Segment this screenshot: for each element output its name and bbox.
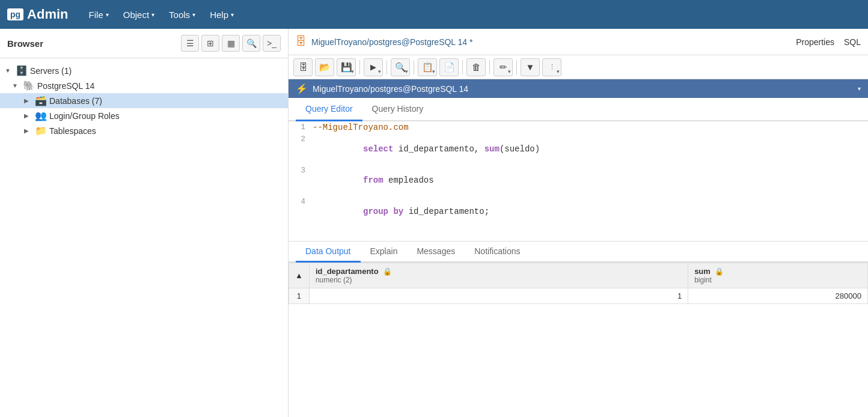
lock-icon-1: 🔒 [383, 267, 392, 276]
tab-notifications[interactable]: Notifications [465, 242, 530, 263]
line-num-2: 2 [289, 135, 313, 144]
tools-arrow-icon: ▾ [192, 11, 195, 18]
toolbar-db-button[interactable]: 🗄 [293, 58, 313, 76]
databases-icon: 🗃️ [35, 95, 47, 106]
sidebar-list-icon[interactable]: ☰ [181, 35, 199, 52]
code-line-2: 2 select id_departamento, sum(sueldo) [289, 133, 868, 165]
tab-data-output[interactable]: Data Output [296, 242, 361, 263]
file-arrow-icon: ▾ [106, 11, 109, 18]
connection-tab-title: MiguelTroyano/postgres@PostgreSQL 14 * [311, 37, 786, 47]
code-content-1: --MiguelTroyano.com [313, 123, 868, 132]
code-line-1: 1 --MiguelTroyano.com [289, 121, 868, 133]
toolbar-filter-button[interactable]: ▼ [521, 58, 540, 76]
code-line-3: 3 from empleados [289, 165, 868, 196]
line-num-3: 3 [289, 166, 313, 175]
code-content-2: select id_departamento, sum(sueldo) [313, 135, 868, 163]
sidebar-search-button[interactable]: 🔍 [242, 35, 260, 52]
nav-help[interactable]: Help ▾ [204, 6, 240, 23]
tablespaces-label: Tablespaces [49, 126, 96, 136]
sql-text-3: empleados [384, 175, 434, 185]
line-num-1: 1 [289, 123, 313, 132]
sort-arrow-icon: ▲ [295, 271, 303, 280]
separator-6 [516, 60, 517, 75]
tab-explain[interactable]: Explain [361, 242, 408, 263]
nav-object[interactable]: Object ▾ [117, 6, 160, 23]
connection-db-icon: 🗄 [296, 35, 307, 48]
toolbar-edit-button[interactable]: ✏ [494, 58, 513, 76]
tab-messages[interactable]: Messages [407, 242, 465, 263]
code-content-3: from empleados [313, 166, 868, 195]
query-toolbar: 🗄 📂 💾 ▶ 🔍 📋 📄 🗑 ✏ ▼ ⋮ [289, 55, 868, 79]
toolbar-execute-button[interactable]: ▶ [364, 58, 383, 76]
separator-4 [462, 60, 463, 75]
right-panel: 🗄 MiguelTroyano/postgres@PostgreSQL 14 *… [289, 29, 868, 417]
object-arrow-icon: ▾ [151, 11, 154, 18]
toolbar-open-button[interactable]: 📂 [315, 58, 334, 76]
tree-item-servers[interactable]: ▼ 🗄️ Servers (1) [0, 63, 288, 78]
col-header-arrow: ▲ [289, 263, 310, 288]
tablespaces-arrow-icon: ▶ [24, 127, 32, 134]
tree-item-loginroles[interactable]: ▶ 👥 Login/Group Roles [0, 108, 288, 123]
cell-sum: 280000 [688, 288, 868, 304]
help-arrow-icon: ▾ [231, 11, 234, 18]
loginroles-icon: 👥 [35, 110, 47, 121]
databases-arrow-icon: ▶ [24, 97, 32, 104]
toolbar-search-button[interactable]: 🔍 [391, 58, 410, 76]
sidebar-terminal-button[interactable]: >_ [263, 35, 281, 52]
tablespaces-icon: 📁 [35, 125, 47, 136]
separator-3 [414, 60, 414, 75]
nav-tools[interactable]: Tools ▾ [163, 6, 201, 23]
code-editor[interactable]: 1 --MiguelTroyano.com 2 select id_depart… [289, 121, 868, 242]
col-header-sum[interactable]: sum 🔒 bigint [688, 263, 868, 288]
sidebar-toolbar: ☰ ⊞ ▦ 🔍 >_ [181, 35, 281, 52]
tab-query-history[interactable]: Query History [362, 98, 433, 121]
separator-5 [489, 60, 490, 75]
sql-tab[interactable]: SQL [844, 37, 861, 47]
toolbar-delete-button[interactable]: 🗑 [466, 58, 486, 76]
keyword-select: select [363, 144, 393, 154]
code-content-4: group by id_departamento; [313, 197, 868, 226]
data-output-grid[interactable]: ▲ id_departamento 🔒 numeric (2) sum 🔒 bi… [289, 263, 868, 417]
loginroles-arrow-icon: ▶ [24, 112, 32, 119]
results-table: ▲ id_departamento 🔒 numeric (2) sum 🔒 bi… [289, 263, 868, 304]
tree-item-databases[interactable]: ▶ 🗃️ Databases (7) [0, 93, 288, 108]
row-number-cell: 1 [289, 288, 310, 304]
separator-1 [359, 60, 360, 75]
loginroles-label: Login/Group Roles [49, 111, 120, 121]
databases-label: Databases (7) [49, 96, 102, 106]
toolbar-filter-dropdown-button[interactable]: ⋮ [542, 58, 561, 76]
tree-item-tablespaces[interactable]: ▶ 📁 Tablespaces [0, 123, 288, 138]
connection-dropdown-icon[interactable]: ▾ [858, 85, 861, 92]
toolbar-paste-button[interactable]: 📄 [439, 58, 459, 76]
toolbar-save-button[interactable]: 💾 [337, 58, 356, 76]
logo-admin: Admin [27, 7, 68, 22]
postgresql-arrow-icon: ▼ [12, 82, 20, 89]
properties-tab[interactable]: Properties [796, 37, 834, 47]
tree-item-postgresql[interactable]: ▼ 🐘 PostgreSQL 14 [0, 78, 288, 93]
sidebar-table-icon[interactable]: ⊞ [201, 35, 219, 52]
toolbar-copy-button[interactable]: 📋 [418, 58, 437, 76]
servers-label: Servers (1) [30, 66, 72, 76]
top-tab-bar: 🗄 MiguelTroyano/postgres@PostgreSQL 14 *… [289, 29, 868, 55]
sql-func-sum: sum [484, 144, 500, 154]
tab-query-editor[interactable]: Query Editor [296, 98, 362, 121]
query-tabs: Query Editor Query History [289, 98, 868, 121]
sql-text-2a: id_departamento, [393, 144, 484, 154]
nav-file[interactable]: File ▾ [83, 6, 115, 23]
connection-bar: ⚡ MiguelTroyano/postgres@PostgreSQL 14 ▾ [289, 79, 868, 98]
table-row: 1 1 280000 [289, 288, 868, 304]
sql-text-4: id_departamento; [403, 207, 489, 216]
servers-db-icon: 🗄️ [16, 65, 28, 76]
bottom-tabs: Data Output Explain Messages Notificatio… [289, 242, 868, 263]
logo-pg: pg [7, 8, 23, 20]
sidebar-grid-icon[interactable]: ▦ [222, 35, 240, 52]
top-navigation: pg Admin File ▾ Object ▾ Tools ▾ Help ▾ [0, 0, 868, 29]
nav-menu: File ▾ Object ▾ Tools ▾ Help ▾ [83, 6, 240, 23]
connection-bolt-icon: ⚡ [296, 83, 308, 94]
line-num-4: 4 [289, 197, 313, 206]
col-header-id-departamento[interactable]: id_departamento 🔒 numeric (2) [309, 263, 688, 288]
browser-tree: ▼ 🗄️ Servers (1) ▼ 🐘 PostgreSQL 14 ▶ 🗃️ … [0, 58, 288, 417]
lock-icon-2: 🔒 [715, 267, 724, 276]
code-line-4: 4 group by id_departamento; [289, 196, 868, 227]
postgresql-label: PostgreSQL 14 [37, 81, 94, 91]
